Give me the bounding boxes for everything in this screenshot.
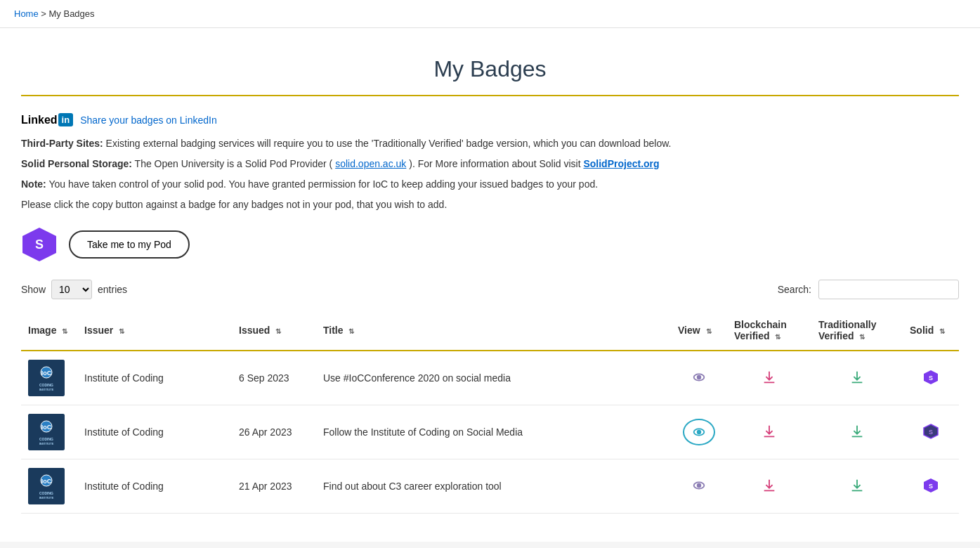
- sort-icon-issuer[interactable]: ⇅: [119, 327, 124, 335]
- page-title: My Badges: [21, 42, 959, 95]
- download-traditionally-icon-2: [849, 424, 865, 439]
- ioc-badge-svg-3: IoC CODING INSTITUTE: [28, 468, 65, 504]
- pod-section: S Take me to my Pod: [21, 226, 959, 263]
- badges-table: Image ⇅ Issuer ⇅ Issued ⇅ Title ⇅ View ⇅…: [21, 311, 959, 514]
- badge-solid-cell-1: S: [903, 351, 959, 405]
- svg-text:CODING: CODING: [39, 383, 53, 387]
- svg-text:INSTITUTE: INSTITUTE: [39, 496, 54, 500]
- table-body: IoC CODING INSTITUTE Institute of Coding…: [21, 351, 959, 514]
- entries-select[interactable]: 10 25 50 100: [51, 280, 92, 299]
- svg-text:IoC: IoC: [41, 478, 52, 485]
- badge-title-2: Follow the Institute of Coding on Social…: [316, 405, 671, 459]
- download-traditionally-1[interactable]: [849, 376, 865, 387]
- linkedin-logo: Linked in: [21, 113, 73, 126]
- badge-image-1: IoC CODING INSTITUTE: [28, 360, 65, 396]
- badge-blockchain-cell-2: [727, 405, 811, 459]
- solid-storage-info: Solid Personal Storage: The Open Univers…: [21, 157, 959, 171]
- sort-icon-issued[interactable]: ⇅: [275, 327, 281, 335]
- linkedin-share-link[interactable]: Share your badges on LinkedIn: [80, 115, 217, 126]
- svg-text:IoC: IoC: [41, 424, 52, 431]
- table-row: IoC CODING INSTITUTE Institute of Coding…: [21, 459, 959, 514]
- show-label: Show: [21, 284, 46, 295]
- solid-copy-1[interactable]: S: [922, 377, 939, 388]
- solid-storage-text2: ). For More information about Solid visi…: [409, 158, 583, 169]
- eye-icon-2: [691, 424, 707, 440]
- solid-project-link[interactable]: SolidProject.org: [583, 158, 659, 169]
- svg-text:CODING: CODING: [39, 437, 53, 441]
- badge-traditionally-cell-3: [811, 459, 903, 514]
- view-badge-button-3[interactable]: [691, 484, 707, 495]
- copy-note: Please click the copy button against a b…: [21, 197, 959, 212]
- solid-copy-3[interactable]: S: [922, 485, 939, 496]
- badge-issued-2: 26 Apr 2023: [232, 405, 316, 459]
- title-divider: [21, 95, 959, 96]
- breadcrumb-current: My Badges: [49, 8, 95, 19]
- col-header-solid: Solid ⇅: [903, 311, 959, 351]
- sort-icon-title[interactable]: ⇅: [348, 327, 354, 335]
- badge-image-3: IoC CODING INSTITUTE: [28, 468, 65, 504]
- third-party-label: Third-Party Sites:: [21, 138, 103, 149]
- sort-icon-view[interactable]: ⇅: [706, 327, 712, 335]
- main-content: My Badges Linked in Share your badges on…: [0, 28, 980, 542]
- view-badge-button-2[interactable]: [683, 419, 715, 445]
- svg-point-8: [698, 375, 701, 379]
- linkedin-text: Linked: [21, 114, 58, 126]
- svg-text:IoC: IoC: [41, 370, 52, 377]
- col-header-issuer: Issuer ⇅: [77, 311, 232, 351]
- eye-icon-3: [691, 478, 707, 493]
- download-traditionally-icon-1: [849, 370, 865, 385]
- badge-issuer-1: Institute of Coding: [77, 351, 232, 405]
- solid-hex-logo-icon: S: [21, 226, 58, 263]
- col-header-traditionally: TraditionallyVerified ⇅: [811, 311, 903, 351]
- entries-label: entries: [98, 284, 127, 295]
- badge-issuer-2: Institute of Coding: [77, 405, 232, 459]
- badge-issuer-3: Institute of Coding: [77, 459, 232, 514]
- header-row: Image ⇅ Issuer ⇅ Issued ⇅ Title ⇅ View ⇅…: [21, 311, 959, 351]
- take-me-to-pod-button[interactable]: Take me to my Pod: [69, 230, 190, 259]
- sort-icon-solid[interactable]: ⇅: [939, 327, 945, 335]
- sort-icon-traditionally[interactable]: ⇅: [859, 333, 865, 341]
- search-input[interactable]: [818, 280, 959, 299]
- download-traditionally-2[interactable]: [849, 430, 865, 441]
- badge-title-1: Use #IoCConference 2020 on social media: [316, 351, 671, 405]
- badge-blockchain-cell-1: [727, 351, 811, 405]
- download-blockchain-1[interactable]: [762, 376, 777, 387]
- table-row: IoC CODING INSTITUTE Institute of Coding…: [21, 405, 959, 459]
- view-badge-button-1[interactable]: [691, 376, 707, 387]
- download-blockchain-icon-3: [762, 478, 777, 493]
- svg-point-26: [698, 483, 701, 487]
- download-blockchain-3[interactable]: [762, 484, 777, 495]
- svg-point-17: [698, 431, 701, 434]
- badge-solid-cell-3: S: [903, 459, 959, 514]
- solid-copy-2[interactable]: S: [922, 431, 939, 442]
- linkedin-section: Linked in Share your badges on LinkedIn: [21, 113, 959, 126]
- col-header-title: Title ⇅: [316, 311, 671, 351]
- ioc-badge-svg-1: IoC CODING INSTITUTE: [28, 360, 65, 396]
- badge-issued-1: 6 Sep 2023: [232, 351, 316, 405]
- download-traditionally-3[interactable]: [849, 484, 865, 495]
- search-area: Search:: [778, 280, 959, 299]
- badge-image-cell-1: IoC CODING INSTITUTE: [21, 351, 77, 405]
- breadcrumb: Home > My Badges: [0, 0, 980, 28]
- download-blockchain-icon-2: [762, 424, 777, 439]
- svg-text:INSTITUTE: INSTITUTE: [39, 388, 54, 391]
- col-header-issued: Issued ⇅: [232, 311, 316, 351]
- badge-view-cell-1: [671, 351, 727, 405]
- third-party-text: Existing external badging services will …: [106, 138, 672, 149]
- eye-icon-1: [691, 370, 707, 385]
- badge-view-cell-2: [671, 405, 727, 459]
- solid-storage-label: Solid Personal Storage:: [21, 158, 132, 169]
- breadcrumb-separator: >: [41, 8, 46, 19]
- sort-icon-image[interactable]: ⇅: [62, 327, 67, 335]
- download-blockchain-2[interactable]: [762, 430, 777, 441]
- sort-icon-blockchain[interactable]: ⇅: [775, 333, 780, 341]
- svg-text:CODING: CODING: [39, 491, 53, 495]
- third-party-info: Third-Party Sites: Existing external bad…: [21, 136, 959, 151]
- note-info: Note: You have taken control of your sol…: [21, 177, 959, 192]
- badge-image-2: IoC CODING INSTITUTE: [28, 414, 65, 450]
- badge-title-3: Find out about C3 career exploration too…: [316, 459, 671, 514]
- note-label: Note:: [21, 178, 46, 190]
- breadcrumb-home[interactable]: Home: [14, 8, 39, 19]
- svg-text:S: S: [35, 237, 44, 252]
- solid-open-link[interactable]: solid.open.ac.uk: [335, 158, 406, 169]
